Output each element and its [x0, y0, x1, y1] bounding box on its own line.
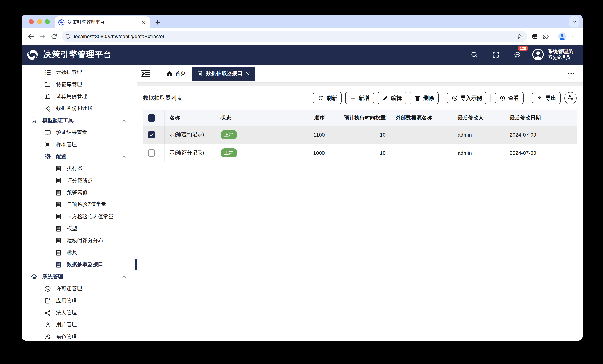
back-icon[interactable] — [26, 32, 36, 41]
bookmark-star-icon[interactable] — [515, 32, 524, 41]
column-header: 顺序 — [268, 110, 330, 126]
cell-order: 1100 — [268, 126, 330, 144]
tab-data-extractor[interactable]: 数据抽取器接口 — [192, 67, 255, 80]
sidebar-item-label: 法人管理 — [56, 309, 77, 316]
delete-button[interactable]: 删除 — [410, 92, 439, 104]
browser-toolbar: localhost:8080/#/mv/config/dataExtractor — [22, 28, 583, 45]
extension-app-icon[interactable] — [530, 32, 539, 41]
app-header: 决策引擎管理平台 120 系统管理员 系统管理员 — [22, 45, 583, 65]
toolbar-group-divider — [528, 93, 528, 102]
user-avatar-icon[interactable] — [532, 48, 544, 61]
refresh-icon — [317, 95, 324, 101]
cell-modifier: admin — [453, 144, 505, 162]
sidebar-item-data-extractor-api[interactable]: 数据抽取器接口 — [22, 259, 137, 271]
sidebar-item-label: 元数据管理 — [56, 69, 82, 76]
tab-more-kebab-icon[interactable] — [567, 65, 575, 82]
table-header-row: 名称状态顺序预计执行时间权重外部数据源名称最后修改人最后修改日期 — [143, 110, 577, 126]
sidebar-item-feature-lib-mgmt[interactable]: 特征库管理 — [22, 79, 137, 91]
tab-close-icon[interactable] — [140, 19, 146, 25]
forward-icon[interactable] — [37, 32, 47, 41]
button-label: 查看 — [508, 94, 519, 102]
sidebar-item-label: 数据备份和迁移 — [56, 105, 93, 112]
sidebar-item-data-backup-migration[interactable]: 数据备份和迁移 — [22, 102, 137, 114]
browser-menu-kebab-icon[interactable] — [568, 32, 577, 41]
notification-count-badge: 120 — [518, 46, 528, 51]
new-tab-button[interactable] — [153, 17, 162, 27]
import-sample-button[interactable]: 导入示例 — [447, 92, 487, 104]
row-checkbox[interactable] — [148, 131, 155, 138]
tab-home[interactable]: 首页 — [166, 70, 186, 77]
sidebar-item-config[interactable]: 配置 — [22, 150, 137, 162]
sidebar-item-metadata-mgmt[interactable]: 123元数据管理 — [22, 67, 137, 79]
sidebar-item-sample-mgmt[interactable]: 样本管理 — [22, 139, 137, 151]
sidebar-item-role-mgmt[interactable]: 角色管理 — [22, 331, 137, 341]
sidebar-item-label: 数据抽取器接口 — [67, 262, 103, 268]
cell-status: 正常 — [216, 126, 268, 144]
table-row[interactable]: 示例(违约记录)正常110010admin2024-07-09 — [143, 126, 577, 144]
browser-tab[interactable]: 决策引擎管理平台 — [55, 16, 150, 28]
view-button[interactable]: 查看 — [495, 92, 523, 104]
sidebar-item-validation-result-view[interactable]: 验证结果查看 — [22, 126, 137, 139]
sidebar-item-app-mgmt[interactable]: 应用管理 — [22, 295, 137, 307]
chevron-up-icon — [121, 274, 127, 279]
address-bar[interactable]: localhost:8080/#/mv/config/dataExtractor — [62, 31, 527, 42]
chat-bubble-icon[interactable] — [513, 50, 522, 59]
sidebar-item-license-mgmt[interactable]: 许可证管理 — [22, 283, 137, 295]
user-info[interactable]: 系统管理员 系统管理员 — [548, 49, 573, 60]
cell-date: 2024-07-09 — [505, 126, 577, 144]
extensions-puzzle-icon[interactable] — [541, 32, 550, 41]
receipt-icon — [55, 213, 62, 220]
sidebar-item-legal-entity-mgmt[interactable]: 法人管理 — [22, 307, 137, 319]
sidebar-item-warning-threshold[interactable]: 预警阈值 — [22, 187, 137, 199]
sidebar-item-model[interactable]: 模型 — [22, 223, 137, 235]
reload-icon[interactable] — [49, 32, 59, 41]
sidebar-item-executor[interactable]: 执行器 — [22, 162, 137, 175]
sidebar-item-modeling-score-distribution[interactable]: 建模时评分分布 — [22, 235, 137, 247]
sidebar-item-model-validation-tools[interactable]: 模型验证工具 — [22, 114, 137, 126]
list-title: 数据抽取器列表 — [143, 94, 182, 102]
menu-fold-icon[interactable] — [141, 68, 151, 79]
sidebar-item-ruler[interactable]: 标尺 — [22, 247, 137, 259]
minimize-window-button[interactable] — [37, 19, 42, 24]
column-header: 状态 — [216, 110, 268, 126]
column-header: 最后修改人 — [453, 110, 505, 126]
sidebar-item-system-mgmt[interactable]: 系统管理 — [22, 271, 137, 283]
add-button[interactable]: 新增 — [345, 92, 374, 104]
cell-status: 正常 — [216, 144, 268, 162]
export-button[interactable]: 导出 — [532, 92, 561, 104]
cell-name: 示例(评分记录) — [164, 144, 216, 162]
fullscreen-icon[interactable] — [491, 50, 500, 59]
list-alt-icon — [44, 141, 51, 148]
sidebar-item-binomial-z-constant[interactable]: 二项检验Z值常量 — [22, 199, 137, 211]
receipt-icon — [55, 261, 62, 268]
zoom-window-button[interactable] — [45, 19, 50, 24]
sidebar-item-chi-square-critical[interactable]: 卡方检验临界值常量 — [22, 211, 137, 223]
user-role: 系统管理员 — [548, 55, 573, 60]
receipt-icon — [197, 70, 203, 77]
browser-tab-title: 决策引擎管理平台 — [68, 19, 137, 25]
app-logo-swirl-icon — [26, 48, 39, 61]
sidebar-item-score-cutoff[interactable]: 评分截断点 — [22, 175, 137, 187]
edit-button[interactable]: 编辑 — [378, 92, 406, 104]
close-window-button[interactable] — [29, 19, 34, 24]
search-icon[interactable] — [470, 50, 479, 59]
user-config-button[interactable] — [564, 92, 577, 104]
tab-home-label: 首页 — [175, 70, 186, 77]
table-row[interactable]: 示例(评分记录)正常100010admin2024-07-09 — [143, 144, 577, 162]
sidebar-item-user-mgmt[interactable]: 用户管理 — [22, 319, 137, 331]
tab-close-icon[interactable] — [245, 71, 250, 76]
arrow-right-circle-icon — [452, 95, 458, 101]
notifications[interactable]: 120 — [513, 50, 522, 59]
tab-search-chevron-button[interactable] — [569, 16, 579, 27]
column-header: 外部数据源名称 — [391, 110, 453, 126]
list-ordered-icon: 123 — [44, 69, 51, 76]
browser-profile-avatar[interactable] — [558, 32, 567, 41]
row-checkbox[interactable] — [148, 149, 155, 157]
url-text[interactable]: localhost:8080/#/mv/config/dataExtractor — [74, 34, 515, 39]
refresh-button[interactable]: 刷新 — [313, 92, 342, 104]
favicon-swirl-icon — [58, 19, 65, 25]
sidebar-item-trial-case-mgmt[interactable]: 试算用例管理 — [22, 91, 137, 102]
site-info-icon[interactable] — [63, 32, 72, 41]
column-header: 最后修改日期 — [505, 110, 577, 126]
select-all-checkbox[interactable] — [148, 114, 155, 122]
